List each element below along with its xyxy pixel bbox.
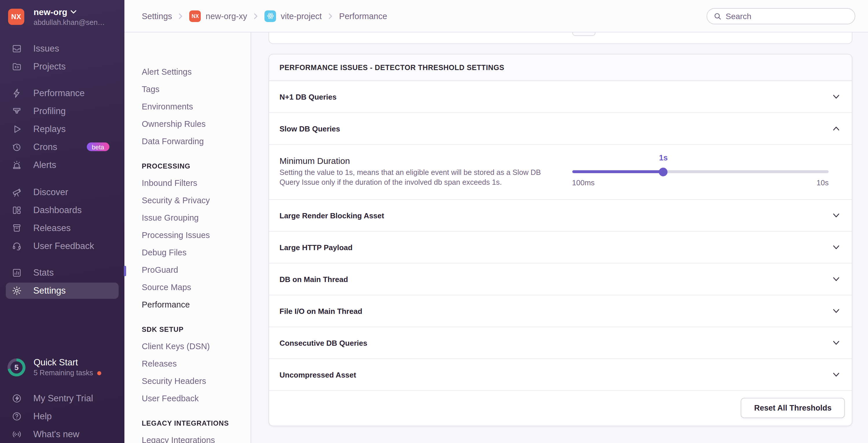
sidebar-item-issues[interactable]: Issues (0, 39, 124, 57)
sidebar-item-releases[interactable]: Releases (0, 219, 124, 237)
sidebar-item-replays[interactable]: Replays (0, 120, 124, 138)
main-content: PERFORMANCE ISSUES - DETECTOR THRESHOLD … (251, 32, 868, 443)
releases-icon (11, 223, 22, 233)
accordion-row-file-io-on-main-thread[interactable]: File I/O on Main Thread (269, 295, 852, 327)
chevron-down-icon (832, 339, 840, 347)
sidebar-item-label: My Sentry Trial (33, 393, 93, 403)
settings-nav-proguard[interactable]: ProGuard (124, 261, 250, 278)
sidebar-item-label: Projects (33, 61, 66, 71)
settings-nav-releases[interactable]: Releases (124, 355, 250, 372)
minimum-duration-description: Setting the value to 1s, means that an e… (279, 167, 558, 187)
sidebar-item-whats-new[interactable]: What's new (0, 425, 124, 443)
quick-start-count: 5 (10, 361, 23, 373)
org-switcher[interactable]: NX new-org abdullah.khan@sen… (8, 7, 105, 27)
accordion-row-slow-db-queries[interactable]: Slow DB Queries (269, 113, 852, 145)
search-input[interactable] (726, 11, 841, 21)
help-icon (11, 411, 22, 421)
clipped-button-fragment (572, 32, 595, 36)
chevron-right-icon (178, 12, 184, 20)
sidebar-item-user-feedback[interactable]: User Feedback (0, 237, 124, 255)
org-chip-icon: NX (189, 10, 201, 22)
alerts-icon (11, 159, 22, 170)
sidebar-item-label: Help (33, 411, 52, 421)
sidebar-item-discover[interactable]: Discover (0, 183, 124, 201)
settings-nav-ownership-rules[interactable]: Ownership Rules (124, 115, 250, 132)
org-name: new-org (34, 7, 67, 17)
sidebar-item-label: Releases (33, 223, 71, 233)
search-icon (713, 12, 722, 20)
accordion-row-large-http-payload[interactable]: Large HTTP Payload (269, 232, 852, 264)
sidebar-item-dashboards[interactable]: Dashboards (0, 201, 124, 219)
settings-nav-source-maps[interactable]: Source Maps (124, 278, 250, 296)
sidebar-item-settings[interactable]: Settings (6, 282, 119, 298)
settings-nav-security-headers[interactable]: Security Headers (124, 372, 250, 390)
performance-icon (11, 88, 22, 98)
sidebar-item-alerts[interactable]: Alerts (0, 156, 124, 174)
settings-nav-data-forwarding[interactable]: Data Forwarding (124, 132, 250, 150)
active-nav-indicator (124, 266, 126, 276)
sidebar-item-profiling[interactable]: Profiling (0, 102, 124, 120)
accordion-row-n-plus-one-db-queries[interactable]: N+1 DB Queries (269, 81, 852, 113)
quick-start-progress-ring: 5 (7, 358, 26, 376)
accordion-row-large-render-blocking-asset[interactable]: Large Render Blocking Asset (269, 200, 852, 232)
detector-threshold-panel: PERFORMANCE ISSUES - DETECTOR THRESHOLD … (269, 54, 852, 426)
main-sidebar: NX new-org abdullah.khan@sen… Issues Pro… (0, 0, 124, 443)
breadcrumb-settings[interactable]: Settings (142, 11, 172, 21)
app: NX new-org abdullah.khan@sen… Issues Pro… (0, 0, 868, 443)
previous-panel-fragment (269, 32, 852, 44)
sidebar-item-crons[interactable]: Crons beta (0, 138, 124, 156)
panel-header: PERFORMANCE ISSUES - DETECTOR THRESHOLD … (269, 54, 852, 81)
quick-start[interactable]: 5 Quick Start 5 Remaining tasks (7, 357, 101, 377)
org-email: abdullah.khan@sen… (34, 19, 105, 27)
settings-nav-legacy-integrations[interactable]: Legacy Integrations (124, 432, 250, 443)
sidebar-item-label: What's new (33, 429, 79, 439)
sidebar-item-label: Settings (33, 285, 66, 296)
accordion-row-label: Slow DB Queries (279, 124, 340, 133)
sidebar-item-label: Crons (33, 142, 57, 152)
settings-nav-client-keys[interactable]: Client Keys (DSN) (124, 337, 250, 355)
sidebar-item-my-sentry-trial[interactable]: My Sentry Trial (0, 389, 124, 407)
settings-nav-performance[interactable]: Performance (124, 296, 250, 313)
sidebar-item-label: User Feedback (33, 241, 94, 251)
settings-nav-tags[interactable]: Tags (124, 81, 250, 98)
settings-nav-issue-grouping[interactable]: Issue Grouping (124, 209, 250, 227)
sidebar-item-label: Replays (33, 124, 66, 134)
stats-icon (11, 267, 22, 278)
accordion-row-db-on-main-thread[interactable]: DB on Main Thread (269, 264, 852, 295)
settings-nav-environments[interactable]: Environments (124, 98, 250, 115)
sidebar-item-label: Profiling (33, 106, 66, 116)
primary-nav: Issues Projects Performance Profiling Re… (0, 39, 124, 298)
replays-icon (11, 124, 22, 134)
profiling-icon (11, 106, 22, 116)
gear-icon (11, 285, 22, 296)
slider-handle[interactable] (659, 167, 668, 176)
settings-nav-user-feedback[interactable]: User Feedback (124, 390, 250, 407)
chevron-down-icon (832, 275, 840, 283)
accordion-row-consecutive-db-queries[interactable]: Consecutive DB Queries (269, 327, 852, 359)
slider-track[interactable] (572, 170, 829, 173)
settings-nav-security-privacy[interactable]: Security & Privacy (124, 192, 250, 209)
settings-nav-section-legacy: LEGACY INTEGRATIONS (124, 415, 250, 432)
sidebar-item-projects[interactable]: Projects (0, 57, 124, 75)
sidebar-item-help[interactable]: Help (0, 407, 124, 425)
settings-nav-section-sdk-setup: SDK SETUP (124, 321, 250, 337)
settings-nav-processing-issues[interactable]: Processing Issues (124, 227, 250, 244)
reset-all-thresholds-button[interactable]: Reset All Thresholds (741, 398, 845, 418)
chevron-right-icon (253, 12, 259, 20)
breadcrumb-project[interactable]: vite-project (265, 10, 322, 22)
slow-db-queries-detail: Minimum Duration Setting the value to 1s… (269, 145, 852, 200)
slider-min-label: 100ms (572, 178, 595, 187)
settings-nav-debug-files[interactable]: Debug Files (124, 244, 250, 261)
settings-nav-alert-settings[interactable]: Alert Settings (124, 63, 250, 81)
org-avatar: NX (8, 9, 24, 25)
chevron-down-icon (71, 10, 77, 14)
slider-max-label: 10s (816, 178, 829, 187)
breadcrumb-org[interactable]: NX new-org-xy (189, 10, 247, 22)
sidebar-footer: My Sentry Trial Help What's new (0, 389, 124, 443)
settings-nav-inbound-filters[interactable]: Inbound Filters (124, 174, 250, 192)
accordion-row-uncompressed-asset[interactable]: Uncompressed Asset (269, 359, 852, 391)
sidebar-item-label: Dashboards (33, 205, 82, 215)
sidebar-item-performance[interactable]: Performance (0, 84, 124, 102)
settings-nav-section-processing: PROCESSING (124, 158, 250, 174)
sidebar-item-stats[interactable]: Stats (0, 264, 124, 282)
